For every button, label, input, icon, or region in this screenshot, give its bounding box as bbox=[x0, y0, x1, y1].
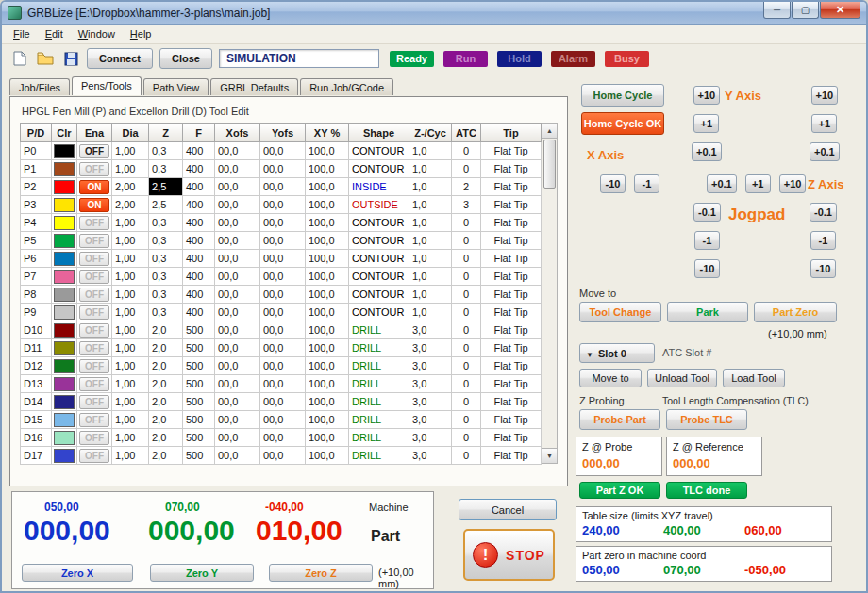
cell-pd[interactable]: P3 bbox=[21, 196, 52, 214]
cancel-button[interactable]: Cancel bbox=[459, 499, 557, 520]
cell-enable[interactable]: OFF bbox=[77, 160, 112, 178]
cell-shape[interactable]: CONTOUR bbox=[349, 268, 409, 286]
cell-xofs[interactable]: 00,0 bbox=[215, 142, 260, 160]
cell-zcyc[interactable]: 1,0 bbox=[409, 178, 452, 196]
scroll-up-icon[interactable]: ▲ bbox=[542, 124, 557, 139]
cell-xy[interactable]: 100,0 bbox=[306, 321, 349, 339]
tab-path-view[interactable]: Path View bbox=[143, 78, 209, 95]
cell-tip[interactable]: Flat Tip bbox=[481, 304, 542, 321]
cell-zcyc[interactable]: 1,0 bbox=[409, 160, 452, 178]
enable-toggle[interactable]: OFF bbox=[79, 341, 109, 355]
atc-slot-dropdown[interactable]: ▼Slot 0 bbox=[579, 343, 655, 363]
cell-atc[interactable]: 0 bbox=[452, 268, 481, 286]
cell-z[interactable]: 2,5 bbox=[149, 196, 183, 214]
cell-pd[interactable]: D10 bbox=[21, 321, 52, 339]
tab-run-job-gcode[interactable]: Run Job/GCode bbox=[300, 78, 393, 95]
cell-f[interactable]: 500 bbox=[183, 375, 215, 393]
cell-enable[interactable]: OFF bbox=[77, 286, 112, 304]
cell-dia[interactable]: 1,00 bbox=[112, 142, 149, 160]
jog-x-plus0-1[interactable]: +0.1 bbox=[707, 174, 737, 193]
cell-enable[interactable]: OFF bbox=[77, 304, 112, 321]
cell-f[interactable]: 400 bbox=[183, 304, 215, 321]
cell-pd[interactable]: P2 bbox=[21, 178, 52, 196]
load-tool-button[interactable]: Load Tool bbox=[723, 369, 785, 387]
cell-shape[interactable]: DRILL bbox=[349, 429, 409, 447]
cell-yofs[interactable]: 00,0 bbox=[260, 250, 306, 268]
cell-xy[interactable]: 100,0 bbox=[306, 447, 349, 465]
jog-y-minus10[interactable]: -10 bbox=[694, 259, 720, 278]
enable-toggle[interactable]: OFF bbox=[79, 216, 109, 230]
cell-shape[interactable]: CONTOUR bbox=[349, 286, 409, 304]
cell-xy[interactable]: 100,0 bbox=[306, 429, 349, 447]
unload-tool-button[interactable]: Unload Tool bbox=[647, 369, 717, 387]
cell-z[interactable]: 2,0 bbox=[149, 339, 183, 357]
cell-dia[interactable]: 1,00 bbox=[112, 160, 149, 178]
cell-dia[interactable]: 1,00 bbox=[112, 339, 149, 357]
cell-z[interactable]: 0,3 bbox=[149, 250, 183, 268]
jog-z-plus10[interactable]: +10 bbox=[811, 86, 839, 105]
cell-dia[interactable]: 1,00 bbox=[112, 268, 149, 286]
new-file-icon[interactable] bbox=[10, 49, 29, 68]
cell-atc[interactable]: 0 bbox=[452, 304, 481, 321]
cell-xofs[interactable]: 00,0 bbox=[215, 250, 260, 268]
cell-tip[interactable]: Flat Tip bbox=[481, 321, 542, 339]
cell-tip[interactable]: Flat Tip bbox=[481, 178, 542, 196]
menu-help[interactable]: Help bbox=[123, 25, 159, 42]
cell-yofs[interactable]: 00,0 bbox=[260, 339, 306, 357]
cell-tip[interactable]: Flat Tip bbox=[481, 232, 542, 250]
enable-toggle[interactable]: OFF bbox=[79, 395, 109, 409]
cell-color[interactable] bbox=[52, 357, 77, 375]
cell-yofs[interactable]: 00,0 bbox=[260, 321, 306, 339]
cell-z[interactable]: 0,3 bbox=[149, 160, 183, 178]
cell-xofs[interactable]: 00,0 bbox=[215, 321, 260, 339]
cell-xy[interactable]: 100,0 bbox=[306, 375, 349, 393]
cell-shape[interactable]: DRILL bbox=[349, 357, 409, 375]
cell-z[interactable]: 0,3 bbox=[149, 304, 183, 321]
tab-job-files[interactable]: Job/Files bbox=[9, 78, 70, 95]
scroll-thumb[interactable] bbox=[543, 140, 556, 189]
cell-xofs[interactable]: 00,0 bbox=[215, 447, 260, 465]
cell-f[interactable]: 400 bbox=[183, 160, 215, 178]
cell-dia[interactable]: 1,00 bbox=[112, 375, 149, 393]
cell-z[interactable]: 0,3 bbox=[149, 214, 183, 232]
jog-y-minus1[interactable]: -1 bbox=[694, 231, 720, 250]
cell-atc[interactable]: 0 bbox=[452, 393, 481, 411]
cell-yofs[interactable]: 00,0 bbox=[260, 357, 306, 375]
cell-enable[interactable]: OFF bbox=[77, 232, 112, 250]
cell-z[interactable]: 2,0 bbox=[149, 321, 183, 339]
cell-pd[interactable]: P9 bbox=[21, 304, 52, 321]
cell-pd[interactable]: D17 bbox=[21, 447, 52, 465]
enable-toggle[interactable]: ON bbox=[79, 198, 109, 212]
cell-atc[interactable]: 2 bbox=[452, 178, 481, 196]
cell-color[interactable] bbox=[52, 375, 77, 393]
enable-toggle[interactable]: OFF bbox=[79, 431, 109, 445]
cell-zcyc[interactable]: 3,0 bbox=[409, 447, 452, 465]
cell-xy[interactable]: 100,0 bbox=[306, 232, 349, 250]
cell-xofs[interactable]: 00,0 bbox=[215, 214, 260, 232]
park-button[interactable]: Park bbox=[667, 302, 748, 322]
cell-pd[interactable]: P7 bbox=[21, 268, 52, 286]
cell-zcyc[interactable]: 3,0 bbox=[409, 321, 452, 339]
zero-x-button[interactable]: Zero X bbox=[22, 564, 133, 582]
cell-xy[interactable]: 100,0 bbox=[306, 357, 349, 375]
tool-change-button[interactable]: Tool Change bbox=[579, 302, 661, 322]
cell-z[interactable]: 2,0 bbox=[149, 447, 183, 465]
cell-color[interactable] bbox=[52, 411, 77, 429]
cell-f[interactable]: 400 bbox=[183, 178, 215, 196]
cell-shape[interactable]: DRILL bbox=[349, 393, 409, 411]
cell-zcyc[interactable]: 3,0 bbox=[409, 339, 452, 357]
enable-toggle[interactable]: ON bbox=[79, 180, 109, 194]
cell-yofs[interactable]: 00,0 bbox=[260, 411, 306, 429]
enable-toggle[interactable]: OFF bbox=[79, 323, 109, 338]
cell-zcyc[interactable]: 1,0 bbox=[409, 268, 452, 286]
cell-enable[interactable]: OFF bbox=[77, 321, 112, 339]
cell-f[interactable]: 500 bbox=[183, 447, 215, 465]
cell-pd[interactable]: D14 bbox=[21, 393, 52, 411]
save-icon[interactable] bbox=[61, 49, 80, 68]
part-z-ok-button[interactable]: Part Z OK bbox=[579, 482, 660, 499]
enable-toggle[interactable]: OFF bbox=[79, 252, 109, 266]
cell-f[interactable]: 400 bbox=[183, 250, 215, 268]
cell-enable[interactable]: OFF bbox=[77, 393, 112, 411]
cell-z[interactable]: 0,3 bbox=[149, 268, 183, 286]
cell-atc[interactable]: 0 bbox=[452, 250, 481, 268]
